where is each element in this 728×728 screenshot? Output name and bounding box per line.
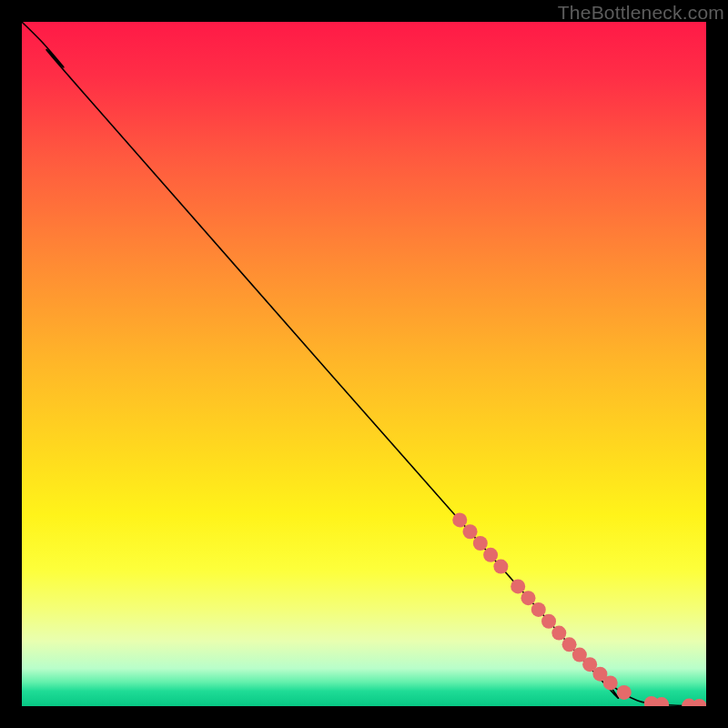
watermark-text: TheBottleneck.com	[558, 2, 724, 24]
marker-dot	[463, 524, 478, 539]
marker-dot	[483, 548, 498, 562]
marker-dot	[617, 685, 632, 700]
gradient-background	[22, 22, 706, 706]
marker-dot	[562, 637, 577, 652]
marker-dot	[603, 675, 618, 690]
marker-dot	[531, 602, 546, 617]
marker-dot	[521, 591, 535, 605]
marker-dot	[551, 626, 566, 641]
chart-svg	[22, 22, 706, 706]
marker-dot	[452, 512, 467, 527]
marker-dot	[541, 614, 556, 629]
marker-dot	[511, 579, 525, 593]
marker-dot	[493, 560, 508, 574]
marker-dot	[473, 536, 488, 551]
chart-frame	[22, 22, 706, 706]
